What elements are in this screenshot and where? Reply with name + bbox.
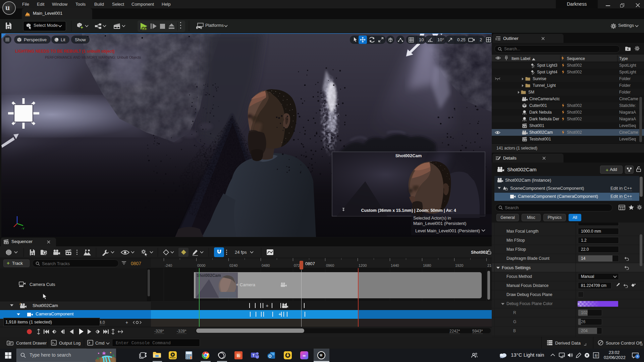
svg-text:-Y: -Y bbox=[21, 227, 24, 230]
svg-text:Selected Actor(s) in: Selected Actor(s) in bbox=[413, 216, 451, 221]
svg-text:R: R bbox=[237, 353, 240, 358]
svg-text:T: T bbox=[252, 353, 255, 357]
svg-text:LIGHTING NEEDS TO BE REBUILT (: LIGHTING NEEDS TO BE REBUILT (1 unbuilt … bbox=[15, 49, 114, 54]
svg-text:Player: Player bbox=[170, 357, 176, 359]
svg-text:∞: ∞ bbox=[303, 353, 306, 358]
svg-text:Shot002Cam: Shot002Cam bbox=[395, 153, 422, 158]
svg-text:한: 한 bbox=[594, 354, 598, 357]
svg-text:PERFORMANCE AND MEMORY WARNING: PERFORMANCE AND MEMORY WARNING: Unbuilt … bbox=[45, 55, 141, 59]
svg-text:Level Main_Level001 (Persiste: Level Main_Level001 (Persistent) bbox=[415, 228, 480, 233]
svg-text:Custom (36mm x 15.1mm) | Zoom:: Custom (36mm x 15.1mm) | Zoom: 50mm | Av… bbox=[361, 208, 456, 213]
svg-text:O: O bbox=[268, 354, 271, 359]
svg-text:Main_Level001 (Persistent): Main_Level001 (Persistent) bbox=[413, 221, 466, 226]
